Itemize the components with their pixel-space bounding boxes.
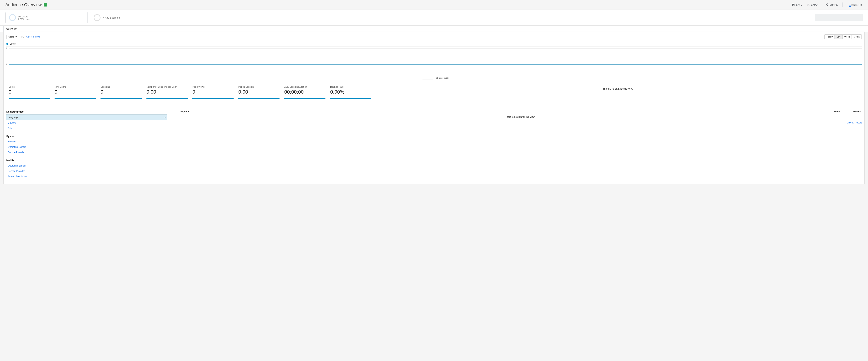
page-header: Audience Overview SAVE EXPORT SHARE INSI… — [0, 0, 868, 9]
segment-sub: 0.00% Users — [18, 18, 30, 20]
svg-point-2 — [849, 4, 849, 5]
granularity-hourly[interactable]: Hourly — [825, 35, 835, 39]
metric-pageviews[interactable]: Page Views 0 — [190, 86, 236, 99]
segment-bar: All Users 0.00% Users + Add Segment — [0, 9, 868, 26]
metric-new-users[interactable]: New Users 0 — [52, 86, 98, 99]
vs-label: VS. — [21, 36, 25, 38]
add-segment-button[interactable]: + Add Segment — [90, 12, 172, 23]
segment-title: All Users — [18, 15, 30, 18]
dim-os[interactable]: Operating System — [6, 144, 167, 150]
metric-pages-session[interactable]: Pages/Session 0.00 — [236, 86, 282, 99]
line-chart: Users 1 0 ▾ February 2022 — [4, 41, 864, 81]
granularity-toggle: Hourly Day Week Month — [824, 34, 862, 39]
table-no-data: There is no data for this view. — [179, 114, 862, 120]
y-tick: 0 — [6, 63, 7, 65]
dim-browser[interactable]: Browser — [6, 139, 167, 144]
tab-overview[interactable]: Overview — [3, 26, 19, 32]
sparkline — [147, 98, 188, 99]
segment-circle-icon — [94, 14, 100, 21]
metric-bounce-rate[interactable]: Bounce Rate 0.00% — [328, 86, 374, 99]
th-users: Users — [825, 110, 841, 113]
dimension-table: Language Users % Users There is no data … — [179, 109, 862, 179]
dim-screen-resolution[interactable]: Screen Resolution — [6, 174, 167, 179]
dimension-nav: Demographics Language Country City Syste… — [6, 109, 167, 179]
select-metric-link[interactable]: Select a metric — [26, 36, 40, 38]
svg-point-1 — [849, 4, 849, 4]
granularity-day[interactable]: Day — [835, 35, 842, 39]
metric-sessions[interactable]: Sessions 0 — [98, 86, 144, 99]
dim-mobile-os[interactable]: Operating System — [6, 163, 167, 168]
metric-avg-session-duration[interactable]: Avg. Session Duration 00:00:00 — [282, 86, 328, 99]
export-button[interactable]: EXPORT — [807, 3, 821, 6]
chart-data-line — [9, 64, 862, 65]
sparkline — [192, 98, 234, 99]
save-icon — [792, 3, 795, 6]
chart-drag-handle[interactable]: ▾ — [422, 77, 433, 79]
verified-badge-icon — [44, 3, 47, 6]
segment-circle-icon — [9, 14, 16, 21]
primary-metric-dropdown[interactable]: Users — [6, 35, 19, 39]
x-axis-label: February 2022 — [435, 77, 448, 79]
sparkline — [330, 98, 371, 99]
metric-users[interactable]: Users 0 — [6, 86, 52, 99]
legend-label: Users — [9, 42, 16, 45]
svg-point-3 — [848, 5, 848, 5]
save-button[interactable]: SAVE — [792, 3, 802, 6]
share-icon — [825, 3, 828, 6]
pie-no-data: There is no data for this view. — [374, 86, 862, 99]
dim-country[interactable]: Country — [6, 120, 167, 126]
export-icon — [807, 3, 810, 6]
dim-language[interactable]: Language — [6, 114, 167, 120]
tabs: Overview — [0, 26, 868, 32]
metric-sessions-per-user[interactable]: Number of Sessions per User 0.00 — [144, 86, 190, 99]
section-system: System — [6, 134, 167, 139]
sparkline — [9, 98, 50, 99]
insights-alert-badge — [849, 5, 851, 7]
view-full-report-link[interactable]: view full report — [179, 120, 862, 126]
metrics-row: Users 0 New Users 0 Sessions 0 Number of… — [4, 81, 864, 103]
sparkline — [238, 98, 280, 99]
dim-mobile-provider[interactable]: Service Provider — [6, 168, 167, 174]
th-pct-users: % Users — [841, 110, 862, 113]
segment-all-users[interactable]: All Users 0.00% Users — [5, 12, 88, 23]
sparkline — [284, 98, 326, 99]
section-mobile: Mobile — [6, 158, 167, 163]
dim-city[interactable]: City — [6, 126, 167, 131]
granularity-week[interactable]: Week — [842, 35, 852, 39]
legend-dot-icon — [6, 43, 8, 45]
section-demographics: Demographics — [6, 109, 167, 114]
overview-panel: Users VS. Select a metric Hourly Day Wee… — [3, 32, 865, 184]
insights-button[interactable]: INSIGHTS — [847, 3, 863, 7]
share-button[interactable]: SHARE — [825, 3, 838, 6]
page-title: Audience Overview — [5, 2, 42, 7]
caret-down-icon — [16, 36, 17, 37]
th-language: Language — [179, 110, 825, 113]
header-actions: SAVE EXPORT SHARE INSIGHTS — [792, 2, 863, 7]
sparkline — [55, 98, 96, 99]
date-range-picker[interactable] — [815, 14, 863, 21]
svg-point-0 — [848, 4, 848, 4]
dim-service-provider[interactable]: Service Provider — [6, 150, 167, 155]
sparkline — [100, 98, 142, 99]
y-tick: 1 — [6, 47, 7, 49]
granularity-month[interactable]: Month — [852, 35, 862, 39]
